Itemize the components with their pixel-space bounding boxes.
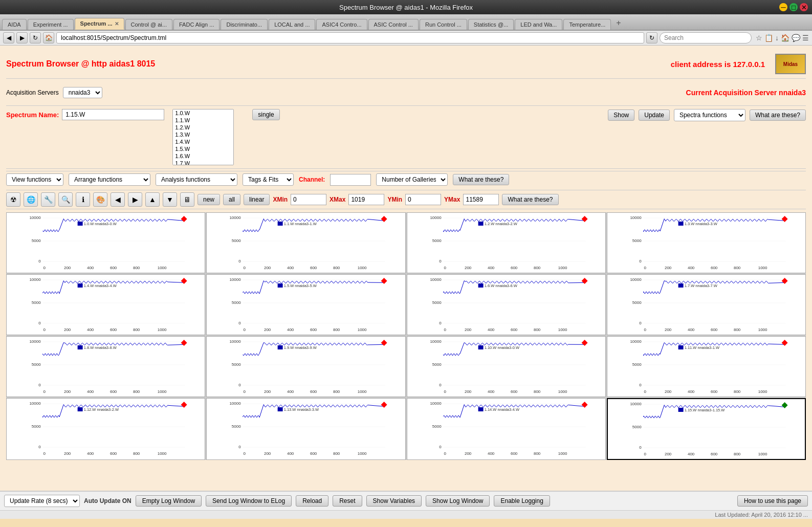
radiation-icon-btn[interactable]: ☢ [6, 192, 20, 207]
num-galleries-select[interactable]: Number of Galleries [376, 173, 448, 186]
what-btn-toolbar1[interactable]: What are these? [453, 174, 509, 185]
refresh-button[interactable]: ↻ [646, 32, 657, 43]
info-icon-btn[interactable]: ℹ [76, 192, 90, 207]
minimize-button[interactable]: ─ [779, 3, 787, 11]
monitor-icon-btn[interactable]: 🖥 [180, 192, 194, 207]
chart-cell-1.15.W[interactable]: 1000050000020040060080010001.15.W nnaida… [607, 398, 806, 460]
back-button[interactable]: ◀ [3, 32, 14, 43]
svg-text:1.9.W nnaida3-9.W: 1.9.W nnaida3-9.W [284, 345, 317, 350]
home-button[interactable]: 🏠 [43, 32, 54, 43]
chart-cell-1.12.W[interactable]: 1000050000020040060080010001.12.W nnaida… [6, 398, 205, 460]
url-bar[interactable] [56, 32, 644, 43]
tab-control[interactable]: Control @ ai... [125, 19, 172, 30]
search-icon-btn[interactable]: 🔍 [58, 192, 73, 207]
reload-button[interactable]: Reload [296, 495, 328, 507]
chart-cell-1.5.W[interactable]: 1000050000020040060080010001.5.W nnaida3… [206, 274, 405, 335]
tab-asic4[interactable]: ASIC4 Contro... [316, 19, 367, 30]
arrow-up-icon-btn[interactable]: ▲ [145, 192, 160, 207]
svg-text:1.10.W nnaida3-0.W: 1.10.W nnaida3-0.W [484, 345, 519, 350]
tab-experiment[interactable]: Experiment ... [28, 19, 74, 30]
new-tab-button[interactable]: + [612, 16, 625, 30]
tags-fits-select[interactable]: Tags & Fits [243, 173, 294, 186]
spectrum-name-input[interactable] [62, 109, 164, 120]
tab-aida[interactable]: AIDA [2, 19, 27, 30]
enable-logging-button[interactable]: Enable Logging [494, 495, 550, 507]
chart-cell-1.11.W[interactable]: 1000050000020040060080010001.11.W nnaida… [607, 336, 806, 397]
tab-temperature[interactable]: Temperature... [563, 19, 611, 30]
xmax-input[interactable] [348, 194, 384, 205]
new-button[interactable]: new [197, 194, 220, 205]
search-input[interactable] [660, 32, 752, 43]
show-log-button[interactable]: Show Log Window [426, 495, 490, 507]
tab-asic-control[interactable]: ASIC Control ... [368, 19, 419, 30]
svg-text:200: 200 [264, 451, 271, 456]
tab-close-icon[interactable]: ✕ [115, 21, 119, 27]
arrow-left-icon-btn[interactable]: ◀ [111, 192, 125, 207]
channel-input[interactable] [330, 174, 371, 186]
forward-button[interactable]: ▶ [16, 32, 28, 43]
chart-cell-1.0.W[interactable]: 1000050000020040060080010001.0.W nnaida3… [6, 212, 205, 273]
chart-cell-1.2.W[interactable]: 1000050000020040060080010001.2.W nnaida3… [407, 212, 606, 273]
svg-text:5000: 5000 [232, 300, 241, 305]
svg-text:1.5.W nnaida3-5.W: 1.5.W nnaida3-5.W [284, 283, 317, 288]
acquisition-servers-select[interactable]: nnaida3 [63, 87, 102, 98]
save-icon[interactable]: 📋 [764, 34, 773, 42]
view-functions-select[interactable]: View functions [6, 173, 63, 186]
tab-run-control[interactable]: Run Control ... [420, 19, 467, 30]
how-to-button[interactable]: How to use this page [737, 495, 808, 507]
chart-cell-1.8.W[interactable]: 1000050000020040060080010001.8.W nnaida3… [6, 336, 205, 397]
spectrum-list[interactable]: 1.0.W 1.1.W 1.2.W 1.3.W 1.4.W 1.5.W 1.6.… [172, 109, 234, 165]
tab-led[interactable]: LED and Wa... [515, 19, 562, 30]
arrow-down-icon-btn[interactable]: ▼ [163, 192, 177, 207]
channel-label: Channel: [299, 176, 325, 183]
arrow-right-icon-btn[interactable]: ▶ [128, 192, 142, 207]
close-button[interactable]: ✕ [800, 3, 808, 11]
chart-cell-1.4.W[interactable]: 1000050000020040060080010001.4.W nnaida3… [6, 274, 205, 335]
arrange-functions-select[interactable]: Arrange functions [69, 173, 150, 186]
reload-nav-button[interactable]: ↻ [30, 32, 41, 43]
show-button[interactable]: Show [608, 109, 634, 121]
bookmark-icon[interactable]: ☆ [756, 34, 762, 42]
update-rate-select[interactable]: Update Rate (8 secs) [4, 495, 80, 507]
chart-cell-1.7.W[interactable]: 1000050000020040060080010001.7.W nnaida3… [607, 274, 806, 335]
tab-fadc[interactable]: FADC Align ... [173, 19, 220, 30]
reset-button[interactable]: Reset [333, 495, 362, 507]
linear-button[interactable]: linear [244, 194, 270, 205]
menu-icon[interactable]: ☰ [802, 34, 809, 42]
svg-text:1000: 1000 [558, 389, 567, 394]
analysis-functions-select[interactable]: Analysis functions [156, 173, 237, 186]
show-variables-button[interactable]: Show Variables [366, 495, 422, 507]
send-log-button[interactable]: Send Log Window to ELog [206, 495, 292, 507]
svg-text:0: 0 [244, 327, 246, 332]
chart-cell-1.13.W[interactable]: 1000050000020040060080010001.13.W nnaida… [206, 398, 405, 460]
chart-cell-1.1.W[interactable]: 1000050000020040060080010001.1.W nnaida3… [206, 212, 405, 273]
tab-spectrum[interactable]: Spectrum ... ✕ [75, 18, 124, 30]
chart-cell-1.14.W[interactable]: 1000050000020040060080010001.14.W nnaida… [407, 398, 606, 460]
update-button[interactable]: Update [639, 109, 670, 121]
chat-icon[interactable]: 💬 [792, 34, 800, 42]
download-icon[interactable]: ↓ [775, 34, 779, 42]
svg-text:800: 800 [333, 266, 340, 270]
ymax-input[interactable] [463, 194, 499, 205]
what-btn-toolbar2[interactable]: What are these? [502, 194, 558, 205]
tab-local[interactable]: LOCAL and ... [269, 19, 315, 30]
home-nav-icon[interactable]: 🏠 [781, 34, 789, 42]
settings-icon-btn[interactable]: 🔧 [41, 192, 55, 207]
chart-cell-1.3.W[interactable]: 1000050000020040060080010001.3.W nnaida3… [607, 212, 806, 273]
color-icon-btn[interactable]: 🎨 [93, 192, 107, 207]
empty-log-button[interactable]: Empty Log Window [136, 495, 202, 507]
chart-cell-1.10.W[interactable]: 1000050000020040060080010001.10.W nnaida… [407, 336, 606, 397]
all-button[interactable]: all [223, 194, 240, 205]
ymin-input[interactable] [405, 194, 441, 205]
tab-discriminato[interactable]: Discriminato... [221, 19, 268, 30]
chart-cell-1.9.W[interactable]: 1000050000020040060080010001.9.W nnaida3… [206, 336, 405, 397]
single-button[interactable]: single [252, 109, 279, 120]
svg-rect-29 [278, 222, 283, 226]
what-btn-spectra[interactable]: What are these? [750, 109, 806, 121]
maximize-button[interactable]: □ [789, 3, 798, 11]
tab-statistics[interactable]: Statistics @... [468, 19, 514, 30]
xmin-input[interactable] [291, 194, 326, 205]
globe-icon-btn[interactable]: 🌐 [24, 192, 38, 207]
spectra-functions-select[interactable]: Spectra functions [674, 109, 745, 121]
chart-cell-1.6.W[interactable]: 1000050000020040060080010001.6.W nnaida3… [407, 274, 606, 335]
